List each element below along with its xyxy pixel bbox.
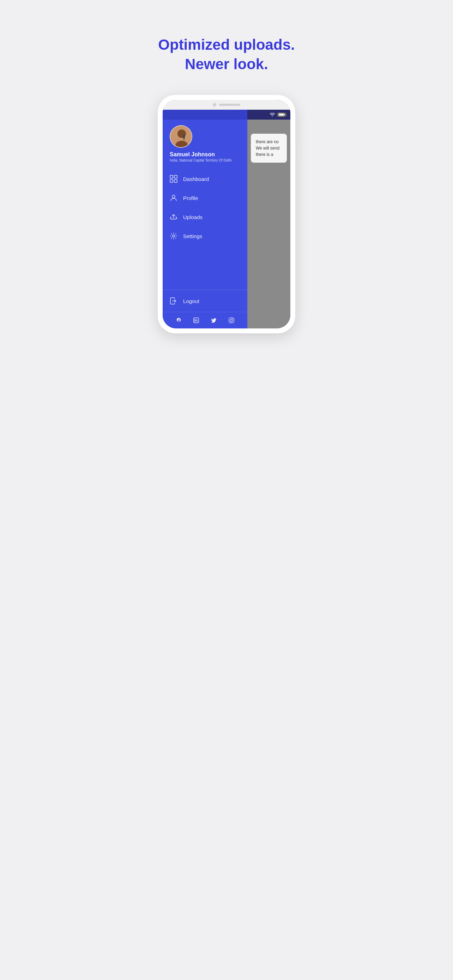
sidebar-item-dashboard[interactable]: Dashboard [163, 169, 247, 188]
uploads-icon [170, 213, 178, 221]
dashboard-icon [170, 175, 178, 183]
profile-label: Profile [183, 195, 198, 201]
svg-rect-6 [174, 175, 177, 178]
sidebar-item-profile[interactable]: Profile [163, 188, 247, 207]
facebook-icon[interactable] [175, 317, 182, 323]
svg-point-10 [173, 235, 175, 237]
svg-rect-4 [184, 138, 184, 140]
svg-rect-17 [279, 114, 284, 116]
uploads-label: Uploads [183, 214, 202, 220]
user-location: India, National Capital Territory Of Del… [170, 158, 240, 162]
logout-section: Logout [163, 290, 247, 312]
settings-icon [170, 232, 178, 240]
user-name: Samuel Johnson [170, 151, 240, 158]
notification-line2: We will send [256, 146, 280, 151]
page-container: Optimized uploads. Newer look. [113, 14, 340, 333]
sidebar-item-uploads[interactable]: Uploads [163, 207, 247, 226]
avatar-image [170, 126, 192, 147]
navigation-drawer: Samuel Johnson India, National Capital T… [163, 110, 247, 328]
svg-point-13 [230, 319, 232, 321]
avatar [170, 125, 192, 148]
wifi-icon [270, 113, 275, 116]
dashboard-label: Dashboard [183, 176, 209, 182]
phone-screen-content: Samuel Johnson India, National Capital T… [163, 110, 290, 328]
phone-camera [213, 103, 216, 107]
notification-text: there are no We will send there is a [256, 138, 282, 158]
linkedin-icon[interactable] [193, 317, 199, 323]
svg-rect-11 [194, 318, 199, 323]
profile-icon [170, 194, 178, 202]
social-bar [163, 312, 247, 328]
logout-button[interactable]: Logout [170, 294, 240, 308]
nav-items-list: Dashboard Profile [163, 167, 247, 290]
instagram-icon[interactable] [228, 317, 235, 323]
svg-rect-3 [183, 135, 185, 138]
drawer-bottom: Logout [163, 290, 247, 328]
sidebar-item-settings[interactable]: Settings [163, 226, 247, 245]
svg-rect-8 [174, 180, 177, 182]
main-status-bar [247, 110, 290, 119]
notification-line1: there are no [256, 139, 279, 144]
phone-volume-button [295, 141, 297, 158]
drawer-status-bar [163, 110, 247, 119]
phone-notch-area [163, 100, 290, 110]
notification-card: there are no We will send there is a [251, 134, 287, 162]
logout-icon [170, 297, 178, 305]
svg-point-14 [233, 318, 234, 319]
svg-rect-5 [170, 175, 173, 178]
user-profile-section: Samuel Johnson India, National Capital T… [163, 119, 247, 167]
svg-rect-16 [285, 114, 285, 115]
headline-line1: Optimized uploads. [158, 35, 295, 55]
svg-rect-7 [170, 180, 173, 182]
headline-line2: Newer look. [158, 55, 295, 74]
notification-line3: there is a [256, 152, 273, 157]
headline-section: Optimized uploads. Newer look. [158, 35, 295, 74]
phone-screen: Samuel Johnson India, National Capital T… [163, 100, 290, 328]
main-content-area: there are no We will send there is a [247, 110, 290, 328]
twitter-icon[interactable] [211, 317, 217, 323]
phone-mockup: Samuel Johnson India, National Capital T… [158, 95, 295, 333]
settings-label: Settings [183, 233, 202, 239]
svg-point-9 [172, 195, 175, 198]
logout-label: Logout [183, 298, 199, 304]
battery-icon [277, 113, 287, 117]
phone-speaker [219, 104, 240, 106]
